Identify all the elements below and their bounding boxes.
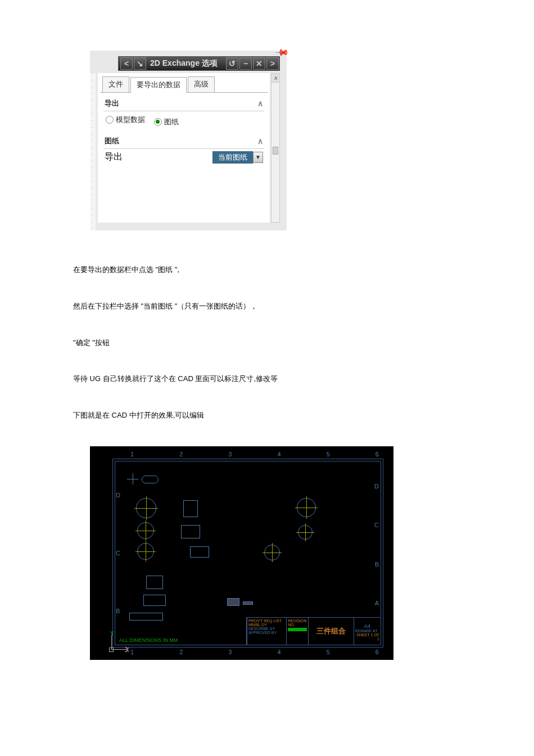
cad-part [297, 498, 316, 517]
cad-part [143, 595, 166, 606]
cad-part [190, 546, 209, 558]
dialog-titlebar: < ↘ 2D Exchange 选项 ↺ − ✕ > [118, 56, 280, 71]
tabs: 文件 要导出的数据 高级 [100, 75, 268, 93]
tab-file[interactable]: 文件 [102, 76, 129, 92]
cad-part [227, 598, 239, 606]
col-labels-bottom: 123456 [130, 649, 379, 655]
cad-part [136, 498, 156, 518]
undo-button[interactable]: ↺ [226, 57, 238, 70]
crosshair-icon [127, 473, 138, 485]
nav-next-button[interactable]: > [266, 57, 279, 70]
ruler-left [90, 73, 96, 230]
chevron-up-icon[interactable]: ∧ [257, 137, 263, 146]
cad-part [298, 525, 313, 540]
radio-icon [106, 116, 114, 124]
section-sheet: 图纸 ∧ 导出 当前图纸 ▼ [103, 134, 264, 166]
col-labels-top: 123456 [130, 451, 379, 458]
cad-part [264, 545, 280, 560]
tab-advanced[interactable]: 高级 [188, 76, 215, 92]
radio-drawing-label: 图纸 [164, 117, 179, 127]
cad-part [142, 476, 159, 483]
paragraph-3: "确定 "按钮 [73, 337, 461, 349]
chevron-down-icon[interactable]: ▼ [253, 152, 263, 163]
paragraph-1: 在要导出的数据栏中点选 "图纸 ", [73, 264, 461, 276]
paragraph-4: 等待 UG 自己转换就行了这个在 CAD 里面可以标注尺寸,修改等 [73, 373, 461, 385]
radio-icon-selected [154, 118, 162, 126]
scroll-up-icon[interactable]: ∧ [271, 74, 279, 83]
radio-model-data-label: 模型数据 [116, 115, 145, 125]
close-button[interactable]: ✕ [253, 57, 265, 70]
title-block: PROV'T REQ LIST MN/BL DY DESCRIBE SY APP… [246, 617, 381, 645]
cad-part [243, 601, 253, 605]
cad-part [129, 613, 163, 621]
minimize-button[interactable]: − [239, 57, 252, 70]
drawing-title-chinese: 三件组合 [308, 618, 354, 645]
scrollbar[interactable]: ∧ [271, 73, 280, 223]
chevron-up-icon[interactable]: ∧ [257, 99, 263, 108]
paragraph-2: 然后在下拉栏中选择 "当前图纸 "（只有一张图纸的话）， [73, 301, 461, 313]
radio-drawing[interactable]: 图纸 [154, 117, 179, 127]
dialog-screenshot: 📌 < ↘ 2D Exchange 选项 ↺ − ✕ > ∧ 文件 要导出的数据… [90, 51, 287, 230]
cad-part [146, 576, 163, 589]
ucs-icon: Y X [106, 631, 129, 654]
section-export-title: 导出 [105, 98, 119, 108]
scroll-thumb[interactable] [273, 147, 278, 155]
sheet-dropdown[interactable]: 当前图纸 ▼ [212, 151, 263, 164]
dropdown-value: 当前图纸 [212, 151, 253, 164]
tab-export-data[interactable]: 要导出的数据 [130, 77, 187, 93]
cad-part [137, 522, 154, 539]
cad-part [183, 500, 198, 517]
green-bar [288, 628, 306, 631]
nav-dropdown-button[interactable]: ↘ [134, 57, 146, 70]
export-row-label: 导出 [105, 151, 123, 163]
section-sheet-title: 图纸 [105, 136, 119, 146]
dialog-body: 文件 要导出的数据 高级 导出 ∧ 模型数据 图纸 [98, 73, 270, 223]
section-export: 导出 ∧ 模型数据 图纸 [103, 96, 264, 130]
dialog-title: 2D Exchange 选项 [147, 58, 225, 69]
cad-part [181, 525, 200, 538]
cad-part [137, 543, 154, 560]
paragraph-5: 下图就是在 CAD 中打开的效果,可以编辑 [73, 410, 461, 422]
radio-model-data[interactable]: 模型数据 [106, 115, 145, 125]
nav-prev-button[interactable]: < [120, 57, 133, 70]
cad-screenshot: 123456 123456 DCB DCBA PROV'T REQ LIST M… [90, 446, 393, 660]
